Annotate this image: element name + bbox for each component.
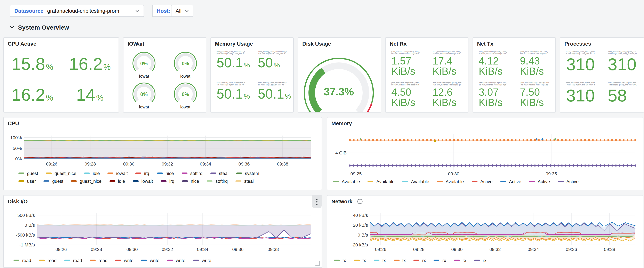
legend-item[interactable]: Active [529,179,550,184]
panel-disk-usage: Disk Usage 37.3% [298,37,381,113]
panel-title-net-rx[interactable]: Net Rx [390,41,406,47]
svg-text:09:36: 09:36 [232,247,244,252]
panel-title-iowait[interactable]: IOWait [128,41,144,47]
legend-item[interactable]: read [90,258,108,263]
panel-title-disk-io[interactable]: Disk I/O [8,198,28,204]
legend-swatch [558,181,564,183]
legend-label: Active [538,179,550,184]
svg-text:09:35: 09:35 [546,171,557,176]
legend-item[interactable]: rx [414,258,426,263]
legend-label: read [98,258,108,263]
stat-value: 16.2% [4,80,61,111]
panel-title-cpu-active[interactable]: CPU Active [8,41,36,47]
legend-item[interactable]: idle [84,171,100,176]
legend-item[interactable]: idle [109,179,125,184]
legend-item[interactable]: write [115,258,133,263]
legend-item[interactable]: Active [500,179,521,184]
legend-item[interactable]: tx [334,258,346,263]
legend-swatch [437,181,443,183]
legend-swatch [18,180,24,182]
panel-resize-handle[interactable] [316,261,320,266]
panel-title-disk-usage[interactable]: Disk Usage [302,41,331,47]
legend-item[interactable]: write [141,258,159,263]
svg-text:09:36: 09:36 [238,161,250,167]
datasource-select[interactable]: grafanacloud-cribltesting-prom [43,5,144,17]
legend-item[interactable]: guest_nice [46,171,76,176]
legend-item[interactable]: tx [374,258,386,263]
legend-item[interactable]: write [167,258,185,263]
legend-label: nice [191,179,199,184]
network-chart[interactable]: 09:2609:2809:3009:3209:3409:3609:3840 kB… [327,195,643,255]
legend-swatch [414,259,420,261]
legend-swatch [182,180,188,182]
panel-title-memory-usage[interactable]: Memory Usage [215,41,253,47]
gauge: 0%iowat [124,49,165,80]
svg-text:0 B/s: 0 B/s [358,232,368,238]
legend-item[interactable]: read [14,258,31,263]
legend-item[interactable]: read [64,258,82,263]
legend-item[interactable]: irq [136,171,149,176]
section-system-overview[interactable]: System Overview [10,24,69,31]
legend-label: irq [144,171,149,176]
info-icon[interactable] [357,199,362,204]
legend-item[interactable]: Available [437,179,464,184]
cpu-chart[interactable]: 09:2609:2809:3009:3209:3409:3609:38100%5… [4,117,322,169]
legend-item[interactable]: Available [402,179,429,184]
legend-item[interactable]: iowait [133,179,153,184]
legend-swatch [108,172,114,174]
legend-swatch [167,259,173,261]
panel-title-processes[interactable]: Processes [564,41,591,47]
legend-item[interactable]: guest [18,171,38,176]
legend-item[interactable]: tx [394,258,406,263]
chevron-down-icon [135,10,140,12]
legend-item[interactable]: irq [161,179,174,184]
host-select[interactable]: All [171,5,193,17]
panel-iowait: IOWait 0%iowat0%iowat0%iowat0%iowat [123,37,206,113]
legend-swatch [182,172,188,174]
panel-title-network[interactable]: Network [332,198,362,204]
legend-item[interactable]: write [193,258,211,263]
panel-title-memory-chart[interactable]: Memory [332,120,352,127]
legend-item[interactable]: nice [157,171,174,176]
legend-item[interactable]: iowait [108,171,128,176]
svg-text:0%: 0% [140,92,148,97]
legend-item[interactable]: softirq [182,171,203,176]
panel-title-net-tx[interactable]: Net Tx [477,41,493,47]
legend-item[interactable]: softirq [207,179,228,184]
stat-value: 14% [61,80,118,111]
legend-item[interactable]: rx [434,258,446,263]
legend-item[interactable]: user [18,179,36,184]
panel-disk-io: Disk I/O 09:2609:2809:3009:3209:3409:360… [3,195,322,268]
legend-item[interactable]: Active [558,179,578,184]
legend-item[interactable]: guest [44,179,63,184]
legend-item[interactable]: nice [182,179,199,184]
svg-text:09:30: 09:30 [451,247,462,252]
gauge: 0%iowat [165,80,206,111]
legend-item[interactable]: Available [333,179,360,184]
legend-item[interactable]: Available [368,179,394,184]
panel-title-cpu-chart[interactable]: CPU [8,120,19,127]
svg-text:09:32: 09:32 [489,247,501,252]
stat-value: 16.2% [61,49,118,80]
legend-label: guest_nice [80,179,102,184]
legend-swatch [84,172,90,174]
legend-item[interactable]: steal [210,171,229,176]
legend-item[interactable]: system [236,171,259,176]
legend-item[interactable]: rx [474,258,486,263]
legend-item[interactable]: tx [354,258,366,263]
legend-label: Available [411,179,429,184]
memory-usage-stats: node_memory_used_percent{cribl_host="cri… [211,49,293,111]
legend-item[interactable]: steal [236,179,254,184]
disk-io-chart[interactable]: 09:2609:2809:3009:3209:3409:3609:38500 k… [4,195,322,255]
legend-item[interactable]: rx [454,258,466,263]
legend-swatch [354,259,360,261]
svg-text:09:38: 09:38 [277,161,288,167]
legend-item[interactable]: read [39,258,56,263]
legend-item[interactable]: guest_nice [71,179,102,184]
legend-item[interactable]: Active [472,179,493,184]
disk-io-legend: readreadreadreadwritewritewritewrite [14,258,211,263]
stat-value-labeled: node_processes_state_all{cribl_host="cri… [560,80,602,111]
memory-chart[interactable]: 09:2509:3009:354 GiB [327,117,643,178]
panel-menu-kebab-icon[interactable] [312,195,322,208]
legend-label: write [150,258,159,263]
